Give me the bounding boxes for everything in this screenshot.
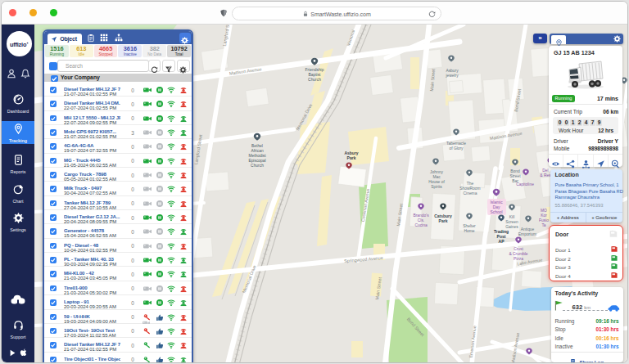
svg-text:Asburyjewelry: Asburyjewelry (445, 69, 459, 78)
svg-text:Capitoline: Capitoline (516, 182, 534, 186)
svg-text:AntiqueEmporium: AntiqueEmporium (518, 227, 536, 236)
svg-text:ShelterHome: ShelterHome (463, 224, 476, 233)
